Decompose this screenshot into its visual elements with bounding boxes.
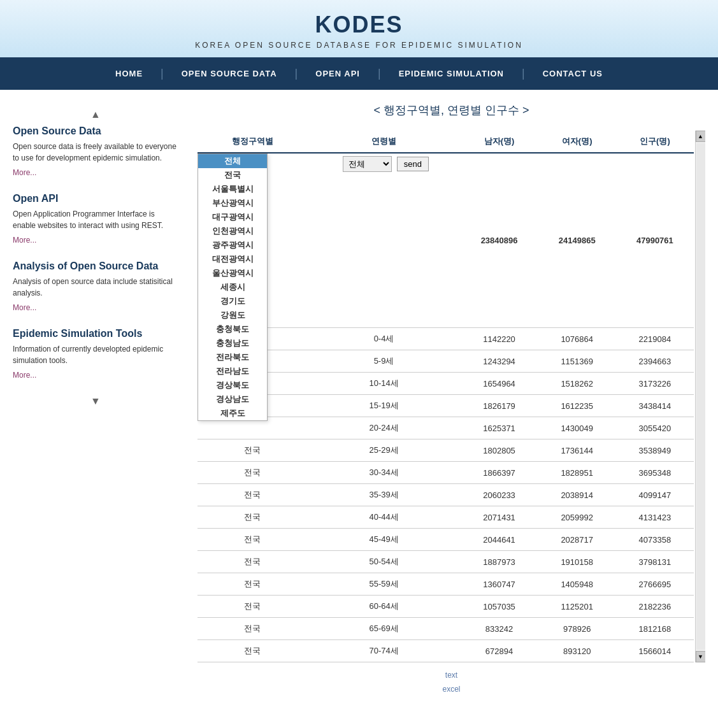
cell-male: 2044641 (460, 529, 538, 551)
nav-home[interactable]: HOME (97, 57, 161, 90)
cell-total: 2394663 (616, 350, 694, 373)
sidebar-link-analysis[interactable]: More... (13, 303, 36, 312)
cell-region: 전국 (197, 618, 308, 640)
region-option[interactable]: 강원도 (198, 308, 267, 322)
scrollbar-track (696, 143, 705, 650)
main-layout: ▲ Open Source Data Open source data is f… (0, 90, 718, 709)
cell-female: 978926 (538, 618, 616, 640)
col-header-male: 남자(명) (460, 131, 538, 153)
cell-male: 1360747 (460, 573, 538, 596)
cell-total: 3438414 (616, 395, 694, 417)
age-filter-cell: 전체0-4세5-9세10-14세15-19세20-24세25-29세30-34세… (308, 153, 461, 328)
cell-female: 1910158 (538, 551, 616, 573)
cell-female: 893120 (538, 640, 616, 662)
cell-age: 55-59세 (308, 573, 461, 596)
sidebar-epidemic-tools: Epidemic Simulation Tools Information of… (13, 328, 178, 380)
table-row: 0-4세114222010768642219084 (197, 328, 694, 350)
region-option[interactable]: 충청남도 (198, 336, 267, 350)
cell-female: 1430049 (538, 417, 616, 439)
table-row: 전국65-69세8332429789261812168 (197, 618, 694, 640)
nav-open-source-data[interactable]: OPEN SOURCE DATA (164, 57, 295, 90)
region-option[interactable]: 세종시 (198, 280, 267, 294)
cell-age: 50-54세 (308, 551, 461, 573)
scroll-up-button[interactable]: ▲ (696, 131, 706, 142)
region-listbox[interactable]: 전체전국서울특별시부산광역시대구광역시인천광역시광주광역시대전광역시울산광역시세… (197, 153, 268, 421)
cell-region: 전국 (197, 439, 308, 462)
cell-male: 1142220 (460, 328, 538, 350)
cell-region: 전국 (197, 573, 308, 596)
page-title: < 행정구역별, 연령별 인구수 > (197, 103, 705, 118)
region-option[interactable]: 부산광역시 (198, 196, 267, 210)
cell-age: 70-74세 (308, 640, 461, 662)
cell-age: 20-24세 (308, 417, 461, 439)
scroll-down-button[interactable]: ▼ (696, 651, 706, 662)
region-option[interactable]: 경기도 (198, 294, 267, 308)
cell-male: 1243294 (460, 350, 538, 373)
col-header-age: 연령별 (308, 131, 461, 153)
cell-total: 1566014 (616, 640, 694, 662)
cell-age: 5-9세 (308, 350, 461, 373)
cell-male: 1826179 (460, 395, 538, 417)
region-option[interactable]: 인천광역시 (198, 224, 267, 238)
main-nav: HOME | OPEN SOURCE DATA | OPEN API | EPI… (0, 57, 718, 90)
footer-link-excel[interactable]: excel (197, 683, 705, 697)
site-title: KODES (0, 11, 718, 38)
sidebar-up-arrow[interactable]: ▲ (13, 109, 178, 120)
region-option[interactable]: 대전광역시 (198, 252, 267, 266)
region-option[interactable]: 전라북도 (198, 350, 267, 364)
sidebar-link-epidemic-tools[interactable]: More... (13, 371, 36, 380)
cell-male: 1625371 (460, 417, 538, 439)
sidebar-down-arrow[interactable]: ▼ (13, 396, 178, 407)
table-row: 20-24세162537114300493055420 (197, 417, 694, 439)
table-row: 전국40-44세207143120599924131423 (197, 506, 694, 529)
region-option[interactable]: 대구광역시 (198, 210, 267, 224)
region-option[interactable]: 충청북도 (198, 322, 267, 336)
cell-total: 4131423 (616, 506, 694, 529)
cell-age: 0-4세 (308, 328, 461, 350)
table-row: 전국70-74세6728948931201566014 (197, 640, 694, 662)
age-select[interactable]: 전체0-4세5-9세10-14세15-19세20-24세25-29세30-34세 (343, 156, 392, 172)
cell-region: 전국 (197, 640, 308, 662)
nav-open-api[interactable]: OPEN API (298, 57, 378, 90)
table-row: 10-14세165496415182623173226 (197, 373, 694, 395)
col-header-total: 인구(명) (616, 131, 694, 153)
cell-female: 2059992 (538, 506, 616, 529)
sidebar-link-open-api[interactable]: More... (13, 236, 36, 245)
cell-total: 3695348 (616, 462, 694, 484)
cell-age: 10-14세 (308, 373, 461, 395)
table-row: 15-19세182617916122353438414 (197, 395, 694, 417)
header: KODES KOREA OPEN SOURCE DATABASE FOR EPI… (0, 0, 718, 57)
sidebar-open-source-data: Open Source Data Open source data is fre… (13, 125, 178, 178)
send-button[interactable]: send (397, 157, 429, 171)
cell-total: 3798131 (616, 551, 694, 573)
region-option[interactable]: 광주광역시 (198, 238, 267, 252)
region-option[interactable]: 울산광역시 (198, 266, 267, 280)
cell-male: 833242 (460, 618, 538, 640)
table-header-row: 행정구역별 연령별 남자(명) 여자(명) 인구(명) (197, 131, 694, 153)
cell-age: 15-19세 (308, 395, 461, 417)
cell-age: 35-39세 (308, 484, 461, 506)
region-option[interactable]: 경상남도 (198, 392, 267, 406)
cell-female: 1405948 (538, 573, 616, 596)
cell-total: 2182236 (616, 596, 694, 618)
cell-total: 4073358 (616, 529, 694, 551)
sidebar-link-open-source-data[interactable]: More... (13, 168, 36, 177)
cell-male: 2060233 (460, 484, 538, 506)
table-row: 전체전국서울특별시부산광역시대구광역시인천광역시광주광역시대전광역시울산광역시세… (197, 153, 694, 328)
footer-link-text[interactable]: text (197, 669, 705, 683)
sidebar-title-analysis: Analysis of Open Source Data (13, 261, 178, 272)
table-row: 전국30-34세186639718289513695348 (197, 462, 694, 484)
nav-contact-us[interactable]: CONTACT US (525, 57, 621, 90)
cell-region: 전국 (197, 484, 308, 506)
region-option[interactable]: 전체 (198, 154, 267, 168)
table-row: 전국45-49세204464120287174073358 (197, 529, 694, 551)
region-option[interactable]: 경상북도 (198, 378, 267, 392)
table-row: 전국50-54세188797319101583798131 (197, 551, 694, 573)
region-option[interactable]: 전국 (198, 168, 267, 182)
region-option[interactable]: 전라남도 (198, 364, 267, 378)
region-option[interactable]: 제주도 (198, 406, 267, 420)
nav-epidemic-simulation[interactable]: EPIDEMIC SIMULATION (381, 57, 522, 90)
cell-male: 1802805 (460, 439, 538, 462)
site-subtitle: KOREA OPEN SOURCE DATABASE FOR EPIDEMIC … (0, 41, 718, 50)
region-option[interactable]: 서울특별시 (198, 182, 267, 196)
